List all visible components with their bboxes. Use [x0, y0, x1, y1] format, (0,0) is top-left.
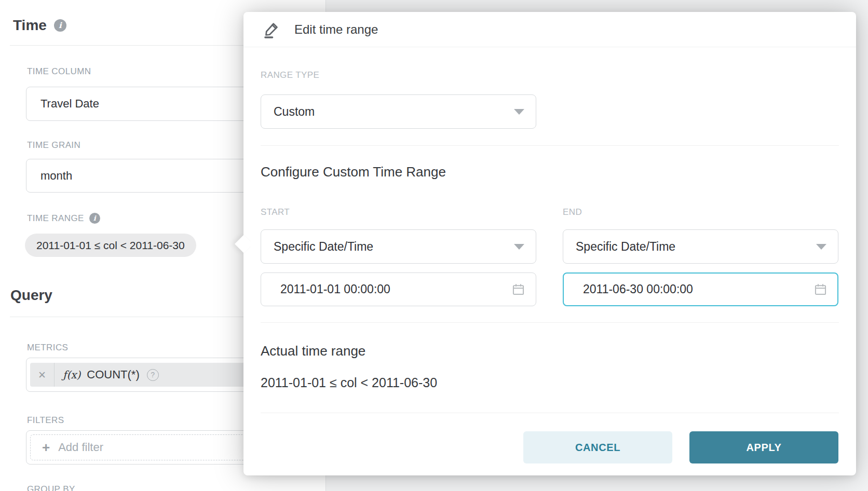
info-icon[interactable]: i — [54, 19, 66, 32]
pencil-icon — [262, 20, 281, 39]
configure-heading: Configure Custom Time Range — [261, 164, 446, 180]
time-range-label-text: TIME RANGE — [27, 213, 84, 224]
question-icon[interactable]: ? — [147, 369, 159, 381]
end-date-field — [563, 272, 838, 306]
end-mode-select[interactable]: Specific Date/Time — [563, 229, 838, 264]
actual-time-range-value: 2011-01-01 ≤ col < 2011-06-30 — [261, 375, 437, 390]
time-range-pill-text: 2011-01-01 ≤ col < 2011-06-30 — [36, 239, 185, 252]
end-mode-value: Specific Date/Time — [576, 240, 675, 254]
start-mode-value: Specific Date/Time — [274, 240, 373, 254]
query-section-title: Query — [10, 287, 52, 304]
range-type-label: RANGE TYPE — [261, 70, 319, 80]
popover-header: Edit time range — [243, 12, 856, 47]
time-grain-value: month — [40, 169, 72, 183]
range-type-select[interactable]: Custom — [261, 94, 536, 129]
plus-icon: + — [42, 441, 50, 454]
time-column-label: TIME COLUMN — [27, 66, 91, 77]
popover-title: Edit time range — [294, 22, 378, 37]
query-section-heading: Query — [10, 287, 52, 304]
start-date-input[interactable] — [261, 272, 536, 306]
close-icon[interactable]: ✕ — [30, 363, 55, 387]
actual-time-range-heading: Actual time range — [261, 343, 365, 359]
divider — [261, 413, 839, 413]
chevron-down-icon — [816, 244, 826, 250]
divider — [261, 322, 839, 323]
filters-label: FILTERS — [27, 415, 64, 426]
time-section-title: Time — [13, 17, 47, 34]
explore-view: Time i TIME COLUMN Travel Date TIME GRAI… — [0, 0, 868, 491]
metrics-label: METRICS — [27, 343, 68, 353]
edit-time-range-popover: Edit time range RANGE TYPE Custom Config… — [243, 12, 856, 475]
cancel-button[interactable]: CANCEL — [523, 431, 672, 463]
start-mode-select[interactable]: Specific Date/Time — [261, 229, 536, 264]
divider — [261, 145, 839, 146]
calendar-icon — [511, 282, 525, 296]
start-label: START — [261, 207, 290, 217]
time-column-value: Travel Date — [40, 97, 99, 111]
chevron-down-icon — [514, 244, 524, 250]
range-type-value: Custom — [274, 105, 315, 119]
chevron-down-icon — [514, 109, 524, 115]
time-grain-label: TIME GRAIN — [27, 140, 80, 151]
group-by-label: GROUP BY — [27, 484, 75, 491]
time-section-heading: Time i — [13, 17, 66, 34]
start-date-field — [261, 272, 536, 306]
metric-fx-icon: ƒ(x) — [63, 369, 80, 381]
calendar-icon — [813, 282, 828, 296]
end-date-input[interactable] — [563, 272, 838, 306]
info-icon[interactable]: i — [89, 213, 100, 224]
add-filter-label: Add filter — [58, 441, 103, 454]
apply-button[interactable]: APPLY — [689, 431, 838, 463]
end-label: END — [563, 207, 582, 217]
time-range-label: TIME RANGE i — [27, 213, 100, 224]
metric-name: COUNT(*) — [87, 368, 139, 381]
time-range-pill[interactable]: 2011-01-01 ≤ col < 2011-06-30 — [25, 234, 196, 257]
